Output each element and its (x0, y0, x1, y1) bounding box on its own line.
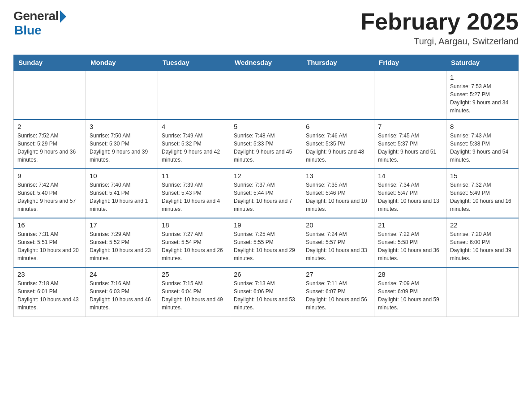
day-info: Sunrise: 7:27 AMSunset: 5:54 PMDaylight:… (162, 230, 226, 262)
day-info: Sunrise: 7:52 AMSunset: 5:29 PMDaylight:… (17, 132, 82, 164)
day-number: 22 (450, 221, 515, 229)
calendar-cell: 1Sunrise: 7:53 AMSunset: 5:27 PMDaylight… (446, 70, 519, 120)
calendar-header-saturday: Saturday (446, 55, 519, 71)
day-number: 25 (162, 270, 226, 278)
calendar-cell (302, 70, 374, 120)
calendar-cell: 10Sunrise: 7:40 AMSunset: 5:41 PMDayligh… (86, 169, 158, 218)
day-info: Sunrise: 7:09 AMSunset: 6:09 PMDaylight:… (378, 279, 442, 312)
day-number: 20 (306, 221, 370, 229)
calendar-week-row: 9Sunrise: 7:42 AMSunset: 5:40 PMDaylight… (14, 169, 519, 218)
calendar-cell: 17Sunrise: 7:29 AMSunset: 5:52 PMDayligh… (86, 218, 158, 267)
day-info: Sunrise: 7:46 AMSunset: 5:35 PMDaylight:… (306, 132, 370, 164)
day-info: Sunrise: 7:50 AMSunset: 5:30 PMDaylight:… (90, 132, 154, 164)
calendar-week-row: 16Sunrise: 7:31 AMSunset: 5:51 PMDayligh… (14, 218, 519, 267)
day-number: 12 (234, 172, 298, 180)
calendar-cell: 24Sunrise: 7:16 AMSunset: 6:03 PMDayligh… (86, 267, 158, 317)
day-number: 15 (450, 172, 515, 180)
calendar-cell: 2Sunrise: 7:52 AMSunset: 5:29 PMDaylight… (14, 120, 86, 169)
calendar-cell: 22Sunrise: 7:20 AMSunset: 6:00 PMDayligh… (446, 218, 519, 267)
calendar-cell: 11Sunrise: 7:39 AMSunset: 5:43 PMDayligh… (158, 169, 230, 218)
calendar-cell (446, 267, 519, 317)
calendar-cell (230, 70, 302, 120)
calendar-cell: 27Sunrise: 7:11 AMSunset: 6:07 PMDayligh… (302, 267, 374, 317)
calendar-header-wednesday: Wednesday (230, 55, 302, 71)
day-number: 28 (378, 270, 442, 278)
day-info: Sunrise: 7:40 AMSunset: 5:41 PMDaylight:… (90, 181, 154, 213)
calendar-cell (86, 70, 158, 120)
day-number: 2 (17, 123, 82, 130)
calendar-cell: 7Sunrise: 7:45 AMSunset: 5:37 PMDaylight… (374, 120, 446, 169)
calendar-cell (14, 70, 86, 120)
day-number: 17 (90, 221, 154, 229)
calendar-table: SundayMondayTuesdayWednesdayThursdayFrid… (13, 55, 519, 317)
logo-blue-text: Blue (14, 23, 42, 38)
day-number: 1 (450, 73, 515, 81)
day-number: 18 (162, 221, 226, 229)
day-info: Sunrise: 7:29 AMSunset: 5:52 PMDaylight:… (90, 230, 154, 262)
logo-triangle-icon (60, 10, 66, 23)
calendar-cell: 12Sunrise: 7:37 AMSunset: 5:44 PMDayligh… (230, 169, 302, 218)
day-number: 27 (306, 270, 370, 278)
calendar-cell: 5Sunrise: 7:48 AMSunset: 5:33 PMDaylight… (230, 120, 302, 169)
day-info: Sunrise: 7:34 AMSunset: 5:47 PMDaylight:… (378, 181, 442, 213)
day-info: Sunrise: 7:45 AMSunset: 5:37 PMDaylight:… (378, 132, 442, 164)
day-number: 3 (90, 123, 154, 130)
day-number: 6 (306, 123, 370, 130)
calendar-cell: 23Sunrise: 7:18 AMSunset: 6:01 PMDayligh… (14, 267, 86, 317)
calendar-week-row: 23Sunrise: 7:18 AMSunset: 6:01 PMDayligh… (14, 267, 519, 317)
page-header: General Blue February 2025 Turgi, Aargau… (13, 9, 519, 47)
day-info: Sunrise: 7:49 AMSunset: 5:32 PMDaylight:… (162, 132, 226, 164)
calendar-cell: 25Sunrise: 7:15 AMSunset: 6:04 PMDayligh… (158, 267, 230, 317)
day-number: 14 (378, 172, 442, 180)
calendar-cell: 20Sunrise: 7:24 AMSunset: 5:57 PMDayligh… (302, 218, 374, 267)
day-number: 9 (17, 172, 82, 180)
calendar-cell (158, 70, 230, 120)
day-number: 21 (378, 221, 442, 229)
day-info: Sunrise: 7:15 AMSunset: 6:04 PMDaylight:… (162, 279, 226, 312)
logo: General Blue (13, 9, 66, 38)
calendar-cell (374, 70, 446, 120)
day-info: Sunrise: 7:39 AMSunset: 5:43 PMDaylight:… (162, 181, 226, 213)
calendar-week-row: 2Sunrise: 7:52 AMSunset: 5:29 PMDaylight… (14, 120, 519, 169)
day-number: 10 (90, 172, 154, 180)
day-info: Sunrise: 7:31 AMSunset: 5:51 PMDaylight:… (17, 230, 82, 262)
calendar-header-tuesday: Tuesday (158, 55, 230, 71)
day-info: Sunrise: 7:37 AMSunset: 5:44 PMDaylight:… (234, 181, 298, 213)
day-number: 8 (450, 123, 515, 130)
day-info: Sunrise: 7:35 AMSunset: 5:46 PMDaylight:… (306, 181, 370, 213)
calendar-cell: 15Sunrise: 7:32 AMSunset: 5:49 PMDayligh… (446, 169, 519, 218)
day-info: Sunrise: 7:53 AMSunset: 5:27 PMDaylight:… (450, 82, 515, 115)
calendar-cell: 4Sunrise: 7:49 AMSunset: 5:32 PMDaylight… (158, 120, 230, 169)
calendar-cell: 8Sunrise: 7:43 AMSunset: 5:38 PMDaylight… (446, 120, 519, 169)
day-info: Sunrise: 7:42 AMSunset: 5:40 PMDaylight:… (17, 181, 82, 213)
day-info: Sunrise: 7:24 AMSunset: 5:57 PMDaylight:… (306, 230, 370, 262)
day-number: 23 (17, 270, 82, 278)
day-info: Sunrise: 7:13 AMSunset: 6:06 PMDaylight:… (234, 279, 298, 312)
title-block: February 2025 Turgi, Aargau, Switzerland (360, 9, 519, 47)
day-info: Sunrise: 7:22 AMSunset: 5:58 PMDaylight:… (378, 230, 442, 262)
day-number: 19 (234, 221, 298, 229)
day-info: Sunrise: 7:48 AMSunset: 5:33 PMDaylight:… (234, 132, 298, 164)
calendar-cell: 14Sunrise: 7:34 AMSunset: 5:47 PMDayligh… (374, 169, 446, 218)
day-number: 5 (234, 123, 298, 130)
calendar-cell: 19Sunrise: 7:25 AMSunset: 5:55 PMDayligh… (230, 218, 302, 267)
day-number: 7 (378, 123, 442, 130)
day-number: 13 (306, 172, 370, 180)
calendar-cell: 6Sunrise: 7:46 AMSunset: 5:35 PMDaylight… (302, 120, 374, 169)
day-number: 16 (17, 221, 82, 229)
calendar-header-monday: Monday (86, 55, 158, 71)
calendar-header-sunday: Sunday (14, 55, 86, 71)
logo-general-text: General (13, 9, 59, 23)
day-info: Sunrise: 7:18 AMSunset: 6:01 PMDaylight:… (17, 279, 82, 312)
calendar-cell: 26Sunrise: 7:13 AMSunset: 6:06 PMDayligh… (230, 267, 302, 317)
calendar-header-friday: Friday (374, 55, 446, 71)
calendar-cell: 13Sunrise: 7:35 AMSunset: 5:46 PMDayligh… (302, 169, 374, 218)
calendar-cell: 21Sunrise: 7:22 AMSunset: 5:58 PMDayligh… (374, 218, 446, 267)
calendar-header-thursday: Thursday (302, 55, 374, 71)
location-subtitle: Turgi, Aargau, Switzerland (360, 36, 519, 47)
day-info: Sunrise: 7:25 AMSunset: 5:55 PMDaylight:… (234, 230, 298, 262)
day-number: 4 (162, 123, 226, 130)
day-info: Sunrise: 7:43 AMSunset: 5:38 PMDaylight:… (450, 132, 515, 164)
calendar-week-row: 1Sunrise: 7:53 AMSunset: 5:27 PMDaylight… (14, 70, 519, 120)
day-info: Sunrise: 7:16 AMSunset: 6:03 PMDaylight:… (90, 279, 154, 312)
